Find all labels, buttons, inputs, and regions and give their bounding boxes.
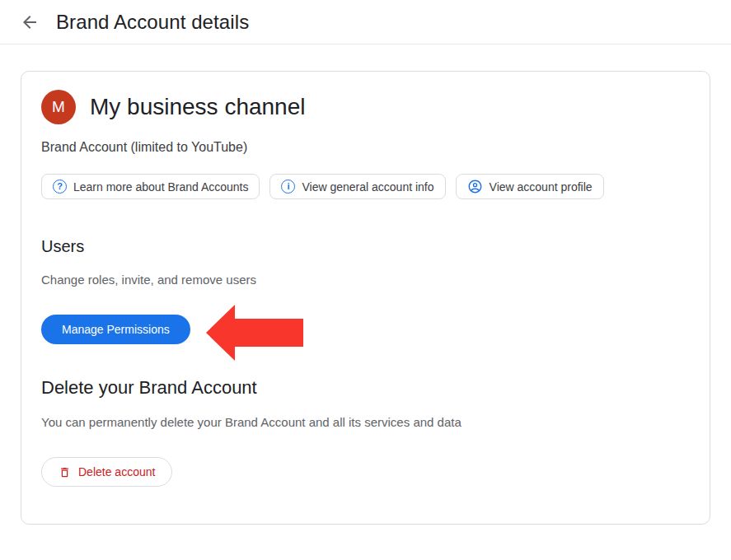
- info-icon: i: [281, 180, 295, 194]
- account-type-label: Brand Account (limited to YouTube): [41, 140, 690, 155]
- users-section-description: Change roles, invite, and remove users: [41, 273, 690, 287]
- account-actions-chip-row: ? Learn more about Brand Accounts i View…: [41, 174, 690, 199]
- view-general-account-info-chip[interactable]: i View general account info: [269, 174, 445, 199]
- chip-label: View general account info: [302, 180, 433, 194]
- page-title: Brand Account details: [56, 11, 249, 34]
- chip-label: View account profile: [490, 180, 593, 194]
- account-name: My business channel: [90, 94, 305, 120]
- arrow-left-icon: [20, 12, 40, 32]
- delete-button-label: Delete account: [78, 465, 155, 478]
- users-section-title: Users: [41, 237, 690, 256]
- account-header-row: M My business channel: [41, 90, 690, 124]
- account-circle-icon: [467, 179, 483, 194]
- view-account-profile-chip[interactable]: View account profile: [456, 174, 604, 199]
- brand-account-card: M My business channel Brand Account (lim…: [21, 71, 710, 525]
- delete-account-button[interactable]: Delete account: [41, 457, 172, 487]
- learn-more-chip[interactable]: ? Learn more about Brand Accounts: [41, 174, 260, 199]
- chip-label: Learn more about Brand Accounts: [73, 180, 248, 194]
- help-icon: ?: [53, 180, 67, 194]
- avatar: M: [41, 90, 76, 124]
- manage-permissions-button[interactable]: Manage Permissions: [41, 315, 190, 344]
- delete-section-description: You can permanently delete your Brand Ac…: [41, 410, 490, 435]
- page-header: Brand Account details: [0, 0, 731, 44]
- delete-section-title: Delete your Brand Account: [41, 377, 690, 399]
- trash-icon: [59, 466, 71, 478]
- back-button[interactable]: [16, 9, 43, 35]
